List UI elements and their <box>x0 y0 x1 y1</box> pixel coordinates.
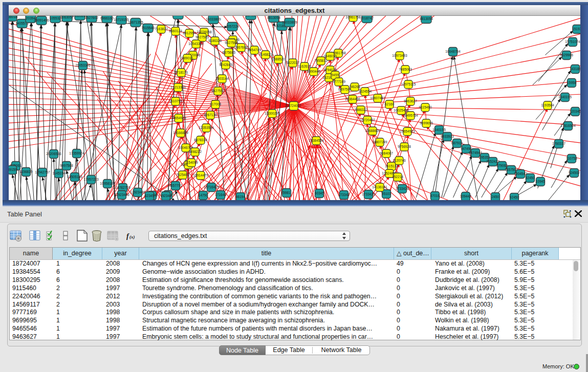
svg-text:8933923: 8933923 <box>441 135 454 138</box>
svg-text:105532: 105532 <box>50 16 61 20</box>
svg-text:1640195: 1640195 <box>558 95 572 99</box>
svg-text:87016: 87016 <box>430 194 440 198</box>
svg-text:(x): (x) <box>129 234 135 239</box>
svg-text:82345: 82345 <box>145 194 155 198</box>
svg-text:12975115: 12975115 <box>401 82 416 86</box>
svg-text:1193584: 1193584 <box>541 103 554 107</box>
svg-text:1063057: 1063057 <box>60 16 74 19</box>
svg-text:1733426: 1733426 <box>396 187 409 190</box>
svg-text:173342: 173342 <box>338 193 350 196</box>
svg-text:1527602: 1527602 <box>85 16 98 19</box>
svg-text:46194: 46194 <box>236 195 246 199</box>
svg-text:143185: 143185 <box>570 67 580 71</box>
svg-text:109442: 109442 <box>460 194 471 198</box>
svg-text:879063: 879063 <box>496 164 508 167</box>
svg-text:20091406: 20091406 <box>34 18 49 22</box>
svg-text:110753: 110753 <box>566 157 577 160</box>
svg-text:15720407: 15720407 <box>360 118 375 122</box>
svg-text:8912954: 8912954 <box>183 31 196 35</box>
svg-text:2018742: 2018742 <box>360 16 374 20</box>
svg-text:16648784: 16648784 <box>445 50 461 53</box>
svg-text:5322037: 5322037 <box>286 61 299 64</box>
svg-text:95103: 95103 <box>382 192 391 195</box>
svg-text:18300295: 18300295 <box>265 112 280 115</box>
svg-text:16671355: 16671355 <box>128 20 143 24</box>
svg-text:10025438: 10025438 <box>394 108 409 112</box>
svg-text:28495754: 28495754 <box>403 114 418 117</box>
svg-text:9329966: 9329966 <box>560 53 573 57</box>
svg-text:9463627: 9463627 <box>404 99 417 103</box>
svg-text:989016: 989016 <box>182 56 193 60</box>
svg-text:1588520: 1588520 <box>272 57 285 61</box>
svg-text:8427552: 8427552 <box>211 89 225 93</box>
svg-text:9242845: 9242845 <box>219 63 232 67</box>
svg-text:746266: 746266 <box>349 85 360 89</box>
svg-text:7485063: 7485063 <box>399 68 412 71</box>
svg-text:18405: 18405 <box>246 16 256 17</box>
svg-text:12923446: 12923446 <box>114 193 129 196</box>
svg-text:924502: 924502 <box>569 171 580 174</box>
svg-text:2450: 2450 <box>492 195 499 199</box>
svg-text:8186328: 8186328 <box>208 39 222 42</box>
svg-text:252214: 252214 <box>392 175 403 179</box>
svg-text:7515546: 7515546 <box>141 26 155 30</box>
svg-text:14136141: 14136141 <box>372 185 387 189</box>
svg-text:10543382: 10543382 <box>188 42 204 46</box>
svg-text:7986322: 7986322 <box>354 108 367 112</box>
svg-text:1733426: 1733426 <box>362 192 375 196</box>
svg-text:39159: 39159 <box>9 168 17 171</box>
svg-text:12923446: 12923446 <box>130 190 145 194</box>
svg-text:9699695: 9699695 <box>420 121 433 125</box>
svg-text:6966160: 6966160 <box>100 16 114 20</box>
svg-text:9327508: 9327508 <box>225 41 238 45</box>
svg-text:8454749: 8454749 <box>248 48 261 52</box>
svg-text:7357224: 7357224 <box>226 25 239 28</box>
svg-text:12353594: 12353594 <box>199 126 214 129</box>
svg-text:92450: 92450 <box>526 176 535 180</box>
svg-text:5981: 5981 <box>283 191 291 194</box>
svg-text:171644: 171644 <box>215 193 226 196</box>
svg-text:9827503: 9827503 <box>195 35 209 39</box>
svg-text:10973493: 10973493 <box>392 54 407 57</box>
svg-text:8813054: 8813054 <box>267 16 280 19</box>
svg-text:417008: 417008 <box>210 102 221 106</box>
svg-text:18724007: 18724007 <box>286 104 301 107</box>
svg-text:9474944: 9474944 <box>469 151 482 155</box>
svg-text:10688609: 10688609 <box>365 129 380 133</box>
svg-text:947494: 947494 <box>461 147 472 150</box>
svg-text:15716485: 15716485 <box>204 185 219 189</box>
svg-text:9455: 9455 <box>332 73 339 77</box>
svg-text:9684067: 9684067 <box>380 151 393 155</box>
svg-text:166018: 166018 <box>9 16 17 18</box>
svg-text:1610755: 1610755 <box>169 99 182 103</box>
svg-text:12505185: 12505185 <box>67 175 82 179</box>
svg-text:17957223: 17957223 <box>83 178 99 181</box>
svg-text:14790: 14790 <box>199 193 208 197</box>
svg-text:20364456: 20364456 <box>345 97 360 101</box>
svg-text:8813054: 8813054 <box>420 17 433 20</box>
svg-text:120345: 120345 <box>570 110 580 113</box>
svg-text:20206536: 20206536 <box>46 152 61 156</box>
svg-text:1162615: 1162615 <box>298 64 311 68</box>
svg-text:9777169: 9777169 <box>332 80 345 83</box>
svg-text:10945: 10945 <box>536 180 546 183</box>
svg-text:19166829: 19166829 <box>173 131 188 135</box>
svg-text:15751074: 15751074 <box>565 40 580 43</box>
svg-text:5498222: 5498222 <box>188 150 202 154</box>
svg-text:17359924: 17359924 <box>69 151 84 155</box>
svg-text:3024554: 3024554 <box>358 90 372 93</box>
svg-text:60345: 60345 <box>315 191 324 195</box>
svg-text:1004542: 1004542 <box>514 172 527 176</box>
svg-text:19654923: 19654923 <box>400 129 415 133</box>
svg-text:1760337: 1760337 <box>552 142 565 145</box>
svg-text:192344: 192344 <box>160 194 171 198</box>
svg-text:2718176: 2718176 <box>175 71 188 74</box>
svg-text:8660124: 8660124 <box>169 29 182 33</box>
svg-text:10961758: 10961758 <box>345 16 361 19</box>
svg-text:8267130: 8267130 <box>204 113 217 117</box>
svg-text:1120746: 1120746 <box>393 159 406 162</box>
svg-text:151931: 151931 <box>572 27 580 31</box>
svg-text:7955812: 7955812 <box>314 59 328 62</box>
svg-text:2867608: 2867608 <box>234 46 248 49</box>
svg-text:19384554: 19384554 <box>309 139 324 142</box>
